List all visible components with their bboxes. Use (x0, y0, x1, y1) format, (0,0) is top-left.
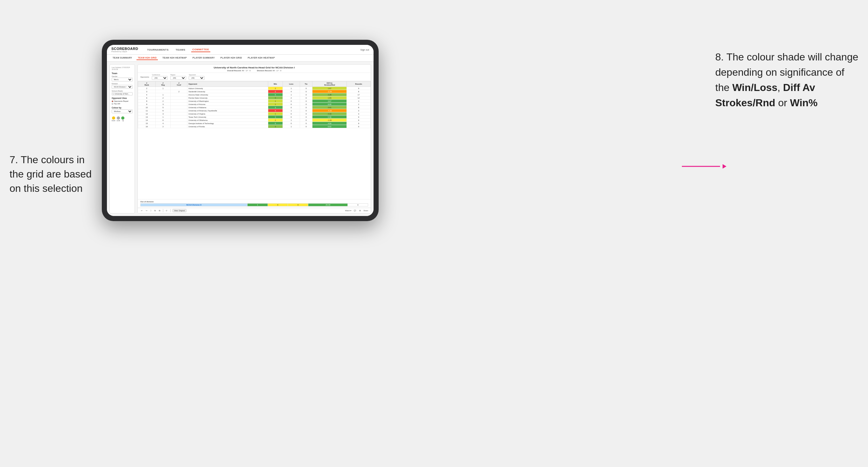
cell-diff: 9.00 (312, 103, 347, 106)
legend: Down Level Up (112, 117, 133, 122)
table-row: 11 6 University of Arkansas, Fayettevill… (138, 109, 371, 112)
view-original-button[interactable]: View: Original (173, 209, 186, 212)
colour-by-select[interactable]: Win/loss (112, 110, 133, 113)
nav-committee[interactable]: COMMITTEE (191, 48, 211, 52)
cell-opponent: Auburn University (187, 87, 268, 90)
conference-select[interactable]: (All) (152, 76, 168, 80)
toolbar-right: Watch ▾ 💬 ⊞ Share (345, 209, 368, 212)
table-row: 10 5 University of Alabama 3 0 0 2.61 8 (138, 106, 371, 109)
radio-dot-filled (112, 100, 113, 102)
region-filter-label: Region (170, 74, 186, 76)
radio-label-2: Top 100 (114, 103, 120, 105)
radio-opponents-played[interactable]: Opponents Played (112, 100, 133, 102)
cell-opponent: University of Oklahoma (187, 119, 268, 122)
subnav-team-summary[interactable]: TEAM SUMMARY (111, 56, 133, 60)
updated-timestamp: Last Updated: 27/03/2024 16:55:38 (112, 66, 133, 70)
subnav-team-h2h-grid[interactable]: TEAM H2H GRID (136, 56, 158, 60)
grid-subtitle: Overall Record: 89 - 17 - 0 Division Rec… (140, 70, 368, 71)
col-opponent: Opponent (187, 82, 268, 87)
svg-marker-3 (722, 164, 726, 168)
col-conf: #Conf (170, 82, 187, 87)
cell-tie: 0 (300, 116, 312, 119)
cell-win: 4 (268, 96, 283, 100)
cell-win: 5 (268, 122, 283, 125)
tablet-screen: SCOREBOARD Powered by clippd TOURNAMENTS… (107, 45, 374, 216)
cell-diff: 4.50 (312, 122, 347, 125)
arrow-right-icon (682, 162, 726, 171)
table-row: 6 2 Florida State University 4 2 0 1.83 … (138, 96, 371, 100)
comment-button[interactable]: 💬 (353, 209, 357, 212)
legend-label-up: Up (122, 120, 124, 122)
nav-tournaments[interactable]: TOURNAMENTS (146, 48, 170, 52)
table-row: 13 1 Texas Tech University 3 0 0 5.56 9 (138, 116, 371, 119)
cell-rank: 12 (138, 112, 156, 116)
cell-conf (170, 116, 187, 119)
watch-button[interactable]: Watch ▾ (345, 210, 351, 212)
radio-top100[interactable]: Top 100 (112, 103, 133, 105)
cell-conf (170, 103, 187, 106)
cell-tie: 0 (300, 87, 312, 90)
cell-rank: 4 (138, 93, 156, 96)
cell-opponent: University of Arkansas, Fayetteville (187, 109, 268, 112)
gender-select[interactable]: Men's (112, 77, 133, 82)
cell-conf (170, 122, 187, 125)
out-of-division: Out of division NCAA Division II 1 0 0 2… (138, 199, 371, 208)
cell-win: 0 (268, 109, 283, 112)
sign-out-link[interactable]: Sign out (360, 49, 369, 51)
cell-reg: 2 (156, 96, 170, 100)
cell-diff: -4.33 (312, 109, 347, 112)
clock-button[interactable]: ⏱ (165, 209, 168, 212)
out-div-label: Out of division (140, 201, 368, 203)
division-select[interactable]: NCAA Division I (112, 85, 133, 89)
cell-rank: 16 (138, 125, 156, 128)
paste-button[interactable]: ⊞ (158, 209, 161, 212)
col-rank: #Rank (138, 82, 156, 87)
cell-win: 1 (268, 103, 283, 106)
grid-header: University of North Carolina Head-to-Hea… (138, 65, 371, 73)
region-select[interactable]: (All) (170, 76, 186, 80)
share-button[interactable]: Share (363, 210, 368, 212)
cell-rank: 3 (138, 90, 156, 93)
subnav-player-summary[interactable]: PLAYER SUMMARY (191, 56, 216, 60)
school-label: School (Rank) (112, 90, 133, 92)
subnav-player-h2h-grid[interactable]: PLAYER H2H GRID (219, 56, 243, 60)
col-diff: Diff AvStrokes/Rnd (312, 82, 347, 87)
cell-rounds: 9 (347, 87, 371, 90)
redo-button[interactable]: ↪ (145, 209, 148, 212)
cell-win: 1 (268, 100, 283, 103)
table-row: 2 1 Auburn University 2 1 0 1.67 9 (138, 87, 371, 90)
cell-conf (170, 125, 187, 128)
cell-reg: 2 (156, 125, 170, 128)
cell-reg: 4 (156, 122, 170, 125)
conference-filter-label: Conference (152, 74, 168, 76)
out-div-rounds: 3 (348, 204, 368, 207)
nav-teams[interactable]: TEAMS (174, 48, 187, 52)
table-row: 3 2 Vanderbilt University 0 4 0 -2.29 8 (138, 90, 371, 93)
cell-opponent: Arizona State University (187, 93, 268, 96)
cell-diff: 6.62 (312, 125, 347, 128)
opponent-filter: Opponent (All) (189, 74, 205, 80)
cell-win: 1 (268, 112, 283, 116)
col-reg: #Reg (156, 82, 170, 87)
school-value: 1. University of Nort... (112, 92, 133, 95)
cell-tie: 0 (300, 125, 312, 128)
cell-rank: 13 (138, 116, 156, 119)
cell-opponent: Texas Tech University (187, 116, 268, 119)
table-row: 9 3 University of Arizona 1 0 0 9.00 2 (138, 103, 371, 106)
subnav-team-h2h-heatmap[interactable]: TEAM H2H HEATMAP (161, 56, 188, 60)
copy-button[interactable]: ⧉ (154, 209, 156, 212)
opponent-select[interactable]: (All) (189, 76, 205, 80)
forward-button[interactable]: ⟩ (150, 209, 152, 212)
cell-win: 3 (268, 116, 283, 119)
cell-rank: 2 (138, 87, 156, 90)
undo-button[interactable]: ↩ (140, 209, 143, 212)
cell-rounds: 3 (347, 109, 371, 112)
cell-rounds: 9 (347, 122, 371, 125)
annotation-left: 7. The colours in the grid are based on … (9, 153, 99, 195)
subnav-player-h2h-heatmap[interactable]: PLAYER H2H HEATMAP (247, 56, 276, 60)
top-nav: SCOREBOARD Powered by clippd TOURNAMENTS… (107, 45, 374, 55)
grid-button[interactable]: ⊞ (359, 209, 362, 212)
filter-row: Opponents: Conference (All) Region (All) (138, 73, 371, 81)
table-row: 8 2 University of Washington 1 0 0 3.67 … (138, 100, 371, 103)
col-tie: Tie (300, 82, 312, 87)
